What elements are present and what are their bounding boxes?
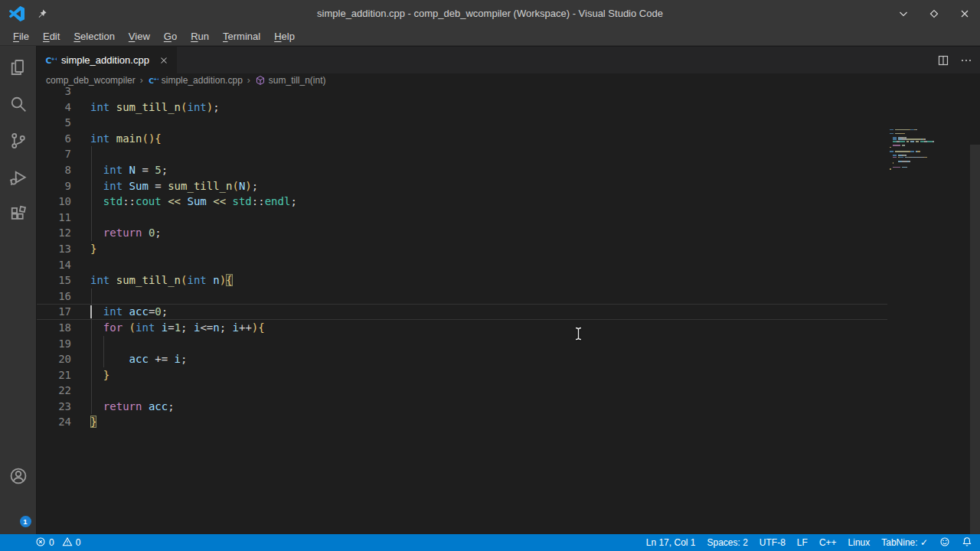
chevron-right-icon: › bbox=[246, 75, 252, 86]
status-encoding[interactable]: UTF-8 bbox=[760, 537, 786, 548]
minimap-line bbox=[890, 162, 969, 164]
code-text: return 0; bbox=[90, 225, 162, 241]
split-editor-button[interactable] bbox=[937, 54, 949, 67]
code-line[interactable]: 10 std::cout << Sum << std::endl; bbox=[37, 194, 887, 210]
breadcrumb-item-3[interactable]: sum_till_n(int) bbox=[255, 75, 326, 86]
code-line[interactable]: 12 return 0; bbox=[37, 225, 887, 241]
line-number: 5 bbox=[37, 115, 90, 131]
menu-terminal[interactable]: Terminal bbox=[216, 31, 267, 42]
activity-accounts-button[interactable] bbox=[0, 459, 37, 496]
status-feedback[interactable] bbox=[939, 536, 950, 549]
code-line[interactable]: 14 bbox=[37, 257, 887, 273]
vertical-scrollbar[interactable] bbox=[970, 145, 980, 534]
editor-actions bbox=[937, 47, 972, 73]
menu-run[interactable]: Run bbox=[184, 31, 216, 42]
status-cursor-position[interactable]: Ln 17, Col 1 bbox=[646, 537, 696, 548]
status-os[interactable]: Linux bbox=[848, 537, 871, 548]
menu-go[interactable]: Go bbox=[157, 31, 184, 42]
code-text: std::cout << Sum << std::endl; bbox=[90, 194, 297, 210]
code-line[interactable]: 22 bbox=[37, 383, 887, 399]
minimap-line bbox=[890, 143, 969, 145]
minimap-line bbox=[890, 167, 969, 168]
breadcrumb-label: simple_addition.cpp bbox=[162, 75, 243, 86]
line-number: 16 bbox=[37, 289, 90, 305]
code-line[interactable]: 15int sum_till_n(int n){ bbox=[37, 272, 887, 289]
activity-settings-button[interactable]: 1 bbox=[0, 496, 37, 533]
code-line[interactable]: 21 } bbox=[37, 367, 887, 383]
code-line[interactable]: 16 bbox=[37, 289, 887, 305]
line-number: 8 bbox=[37, 162, 90, 178]
minimap-line bbox=[890, 147, 969, 148]
minimap-line bbox=[890, 165, 969, 166]
status-indentation[interactable]: Spaces: 2 bbox=[707, 537, 747, 548]
code-line[interactable]: 18 for (int i=1; i<=n; i++){ bbox=[37, 320, 887, 336]
code-text: } bbox=[90, 414, 96, 430]
activity-extensions-button[interactable] bbox=[0, 197, 37, 234]
code-line[interactable]: 9 int Sum = sum_till_n(N); bbox=[37, 178, 887, 194]
breadcrumb-item-2[interactable]: C++simple_addition.cpp bbox=[148, 75, 243, 86]
minimap-line bbox=[890, 127, 969, 129]
minimap-line bbox=[890, 168, 969, 170]
code-text: int main(){ bbox=[90, 131, 162, 147]
status-notifications[interactable] bbox=[962, 536, 972, 549]
chevron-right-icon: › bbox=[139, 75, 145, 86]
status-indentation-label: Spaces: 2 bbox=[707, 537, 747, 548]
status-language-mode[interactable]: C++ bbox=[819, 537, 837, 548]
minimap-line bbox=[890, 151, 969, 152]
tab-simple_addition.cpp[interactable]: C++simple_addition.cpp bbox=[37, 47, 178, 73]
breadcrumb-item-1[interactable]: comp_deb_wcompiler bbox=[46, 75, 136, 86]
minimap[interactable] bbox=[887, 127, 969, 171]
code-line[interactable]: 23 return acc; bbox=[37, 399, 887, 415]
activity-source-control-button[interactable] bbox=[0, 124, 37, 161]
error-icon bbox=[35, 536, 46, 549]
window-controls bbox=[897, 8, 971, 20]
status-errors[interactable]: 0 bbox=[35, 536, 54, 549]
minimap-line bbox=[890, 137, 969, 139]
activity-run-debug-button[interactable] bbox=[0, 161, 37, 197]
status-tabnine[interactable]: TabNine: ✓ bbox=[881, 537, 928, 548]
minimap-line bbox=[890, 155, 969, 156]
code-line[interactable]: 19 bbox=[37, 336, 887, 352]
tab-close-icon[interactable] bbox=[158, 55, 169, 66]
status-warnings[interactable]: 0 bbox=[62, 536, 81, 549]
code-line[interactable]: 8 int N = 5; bbox=[37, 162, 887, 178]
vscode-logo-icon bbox=[9, 6, 24, 21]
code-editor[interactable]: 34int sum_till_n(int);56int main(){78 in… bbox=[37, 87, 980, 534]
code-line[interactable]: 7 bbox=[37, 146, 887, 162]
code-text: int sum_till_n(int); bbox=[90, 99, 220, 116]
activity-explorer-button[interactable] bbox=[0, 51, 37, 87]
code-line[interactable]: 5 bbox=[37, 115, 887, 131]
line-number: 14 bbox=[37, 257, 90, 273]
feedback-icon bbox=[939, 536, 950, 549]
activity-search-button[interactable] bbox=[0, 87, 37, 124]
code-line[interactable]: 3 bbox=[37, 87, 887, 99]
minimap-line bbox=[890, 131, 969, 132]
status-tabnine-label: TabNine: ✓ bbox=[881, 537, 928, 548]
menu-file[interactable]: File bbox=[6, 31, 36, 42]
status-eol[interactable]: LF bbox=[797, 537, 808, 548]
code-line[interactable]: 24} bbox=[37, 414, 887, 430]
line-number: 10 bbox=[37, 194, 90, 210]
code-line[interactable]: 11 bbox=[37, 210, 887, 226]
menu-selection[interactable]: Selection bbox=[67, 31, 121, 42]
status-cursor-position-label: Ln 17, Col 1 bbox=[646, 537, 696, 548]
code-line[interactable]: 13} bbox=[37, 241, 887, 257]
line-number: 9 bbox=[37, 178, 90, 194]
code-line[interactable]: 6int main(){ bbox=[37, 131, 887, 147]
close-button[interactable] bbox=[959, 8, 971, 20]
maximize-button[interactable] bbox=[928, 8, 940, 20]
code-line[interactable]: 20 acc += i; bbox=[37, 351, 887, 367]
extensions-icon bbox=[9, 205, 28, 227]
status-left: 00 bbox=[35, 536, 80, 549]
minimize-button[interactable] bbox=[897, 8, 910, 20]
menu-bar: FileEditSelectionViewGoRunTerminalHelp bbox=[0, 27, 980, 46]
menu-edit[interactable]: Edit bbox=[36, 31, 67, 42]
status-bar: 00 Ln 17, Col 1Spaces: 2UTF-8LFC++LinuxT… bbox=[0, 534, 980, 551]
code-line[interactable]: 4int sum_till_n(int); bbox=[37, 99, 887, 116]
activity-bottom: 1 bbox=[0, 459, 37, 533]
menu-view[interactable]: View bbox=[122, 31, 157, 42]
code-line[interactable]: 17 int acc=0; bbox=[37, 304, 887, 320]
indent-guide bbox=[91, 210, 92, 226]
menu-help[interactable]: Help bbox=[267, 31, 302, 42]
more-actions-button[interactable] bbox=[960, 54, 972, 67]
